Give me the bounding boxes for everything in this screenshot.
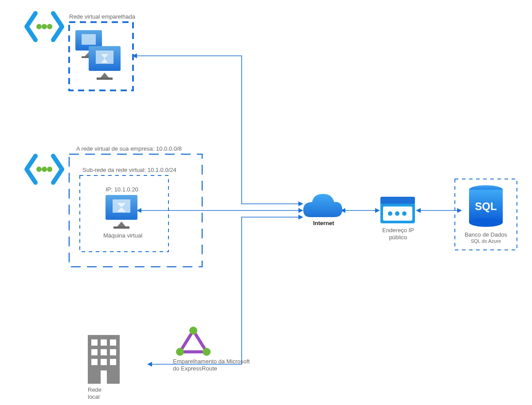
internet-label: Internet: [310, 220, 337, 226]
svg-rect-26: [101, 359, 107, 365]
svg-point-36: [395, 211, 399, 216]
svg-rect-23: [101, 349, 107, 355]
public-ip-label-1: Endereço IP: [379, 227, 417, 234]
svg-rect-22: [91, 349, 98, 355]
building-icon: [88, 335, 120, 384]
svg-text:SQL: SQL: [475, 200, 497, 212]
expressroute-label-1: Emparelhamento da Microsoft: [173, 358, 250, 365]
vm-label: Máquina virtual: [98, 232, 147, 239]
svg-rect-19: [91, 339, 98, 346]
svg-point-40: [469, 218, 503, 227]
svg-rect-28: [101, 370, 107, 384]
public-ip-icon: [380, 197, 415, 223]
sql-label-1: Banco de Dados: [461, 231, 511, 238]
sql-icon: SQL: [469, 185, 503, 227]
svg-point-31: [176, 348, 184, 356]
vnet-icon: [27, 13, 62, 40]
onprem-label-1: Rede: [88, 386, 102, 393]
expressroute-label-2: do ExpressRoute: [173, 365, 217, 372]
vnet-icon: [27, 156, 62, 183]
svg-point-1: [42, 24, 47, 29]
onprem-label-2: local: [88, 393, 100, 400]
svg-marker-16: [117, 222, 126, 227]
svg-point-37: [402, 211, 407, 216]
company-vnet-title: A rede virtual de sua empresa: 10.0.0.0/…: [76, 145, 182, 152]
svg-point-35: [388, 211, 392, 216]
svg-rect-24: [110, 349, 116, 355]
sql-label-2: SQL do Azure: [461, 238, 511, 244]
svg-rect-4: [82, 34, 96, 45]
subnet-title: Sub-rede da rede virtual: 10.1.0.0/24: [82, 167, 176, 173]
peered-vnet-title: Rede virtual emparelhada: [69, 13, 135, 20]
expressroute-icon: [176, 327, 211, 356]
svg-marker-9: [100, 73, 109, 78]
vm-icon: [75, 30, 121, 80]
svg-point-12: [42, 167, 47, 172]
vm-ip-label: IP: 10.1.0.20: [102, 186, 142, 193]
svg-rect-27: [110, 359, 116, 365]
cloud-icon: [303, 194, 342, 217]
svg-rect-25: [91, 359, 98, 365]
svg-point-0: [36, 24, 42, 29]
svg-point-13: [47, 167, 52, 172]
public-ip-label-2: público: [379, 234, 417, 241]
svg-rect-21: [110, 339, 116, 346]
svg-point-29: [189, 327, 197, 335]
svg-point-2: [47, 24, 52, 29]
svg-rect-17: [113, 226, 129, 229]
svg-rect-20: [101, 339, 107, 346]
svg-rect-33: [380, 197, 415, 204]
vm-icon: [106, 195, 137, 229]
svg-point-30: [203, 348, 211, 356]
svg-rect-10: [97, 78, 113, 80]
svg-point-11: [36, 167, 42, 172]
